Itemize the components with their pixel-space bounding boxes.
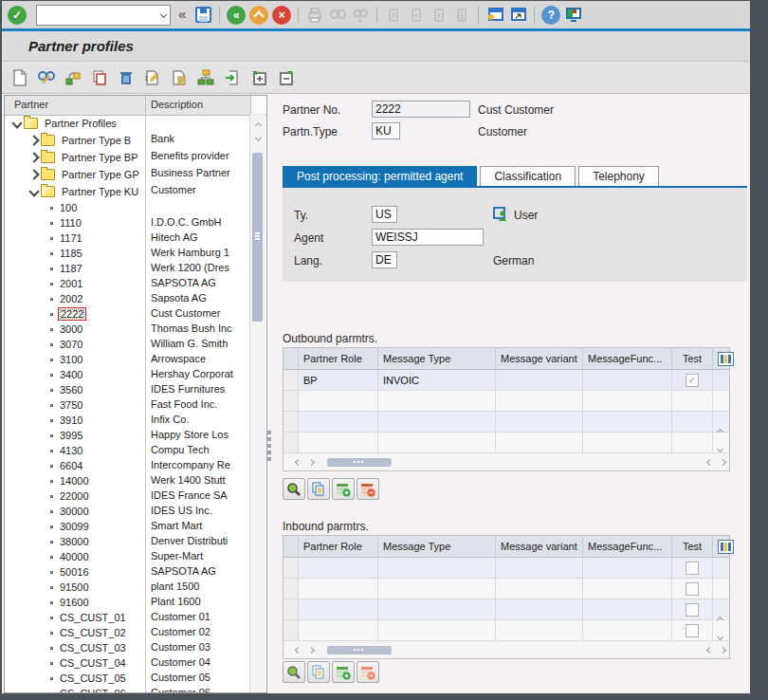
chevron-down-icon[interactable] xyxy=(27,188,41,195)
tree-item-label[interactable]: Partner Type BP xyxy=(60,152,140,163)
tree-item[interactable]: 91600Plant 1600 xyxy=(5,595,250,610)
tree-item-label[interactable]: 2002 xyxy=(58,293,84,304)
scroll-up-icon[interactable] xyxy=(253,120,263,130)
tree-item[interactable]: Partner Type GPBusiness Partner xyxy=(5,166,250,183)
partner-no-field[interactable]: 2222 xyxy=(372,101,470,118)
command-input[interactable] xyxy=(39,7,155,24)
tree-item[interactable]: Partner Type BPBenefits provider xyxy=(5,149,250,166)
vscroll-down-icon[interactable] xyxy=(718,438,725,446)
tree-item[interactable]: CS_CUST_05Customer 05 xyxy=(5,671,250,686)
tree-item-label[interactable]: CS_CUST_03 xyxy=(58,642,128,654)
partn-type-field[interactable]: KU xyxy=(372,122,400,139)
table-row[interactable] xyxy=(283,558,729,579)
tree-item[interactable]: 14000Werk 1400 Stutt xyxy=(5,473,250,488)
tree-item-label[interactable]: 1185 xyxy=(58,248,84,259)
shortcut-icon[interactable] xyxy=(507,5,528,26)
column-header[interactable]: MessageFunc... xyxy=(583,536,672,557)
tree-item-label[interactable]: 40000 xyxy=(58,551,91,562)
tree-item-label[interactable]: CS_CUST_06 xyxy=(58,688,128,692)
tree-item[interactable]: 4130Compu Tech xyxy=(5,443,250,458)
tree-item[interactable]: 3400Hershay Corporat xyxy=(5,367,250,382)
vscroll-down-icon[interactable] xyxy=(718,626,725,634)
table-cell[interactable] xyxy=(583,391,672,411)
hscroll-thumb[interactable] xyxy=(327,646,392,654)
tree-item[interactable]: CS_CUST_06Customer 06 xyxy=(5,686,250,692)
table-row[interactable] xyxy=(283,433,729,453)
tree-item-label[interactable]: 100 xyxy=(58,202,79,213)
table-cell[interactable] xyxy=(496,370,583,390)
tree-item-label[interactable]: CS_CUST_01 xyxy=(58,612,128,623)
row-selector[interactable] xyxy=(283,558,299,578)
tree-item-label[interactable]: CS_CUST_02 xyxy=(58,627,128,638)
scroll-left-icon[interactable] xyxy=(291,648,304,653)
tree-item-label[interactable]: 3560 xyxy=(58,384,84,396)
table-cell[interactable] xyxy=(583,558,672,578)
table-cell[interactable] xyxy=(299,579,378,599)
table-cell[interactable] xyxy=(378,579,496,599)
save-hierarchy-icon[interactable] xyxy=(222,67,243,88)
tree-item[interactable]: 2001SAPSOTA AG xyxy=(5,276,250,291)
table-row[interactable] xyxy=(283,599,729,620)
tree-item-label[interactable]: 3100 xyxy=(58,354,84,365)
table-cell[interactable] xyxy=(378,412,496,432)
tree-item[interactable]: 38000Denver Distributi xyxy=(5,534,250,549)
collapse-icon[interactable]: « xyxy=(178,6,186,22)
tree-item-label[interactable]: Partner Type KU xyxy=(60,186,140,197)
tree-item[interactable]: 30099Smart Mart xyxy=(5,519,250,534)
tree-item[interactable]: 3560IDES Furnitures xyxy=(5,382,250,397)
tree-item-label[interactable]: 91500 xyxy=(58,581,91,593)
table-cell[interactable] xyxy=(583,620,672,640)
insert-row-icon[interactable] xyxy=(332,661,355,683)
hierarchy-icon[interactable] xyxy=(195,67,216,88)
table-cell[interactable] xyxy=(378,620,496,640)
table-cell[interactable] xyxy=(378,558,496,578)
table-cell[interactable] xyxy=(583,579,672,599)
tree-item-label[interactable]: 3750 xyxy=(58,399,84,411)
scroll-right-icon[interactable] xyxy=(304,460,318,465)
tree-item[interactable]: CS_CUST_04Customer 04 xyxy=(5,655,250,671)
tree-item-label[interactable]: CS_CUST_04 xyxy=(58,657,128,669)
table-row[interactable] xyxy=(283,579,729,599)
tree-item-label[interactable]: Partner Type B xyxy=(60,135,133,146)
scroll-left-icon[interactable] xyxy=(703,648,716,653)
table-cell[interactable] xyxy=(583,433,672,452)
delete-row-icon[interactable] xyxy=(357,661,379,683)
table-cell[interactable] xyxy=(496,579,583,599)
row-selector[interactable] xyxy=(283,579,299,599)
tab-post-processing[interactable]: Post processing: permitted agent xyxy=(283,166,477,186)
vscroll-up-icon[interactable] xyxy=(718,421,725,429)
tree-item[interactable]: 40000Super-Mart xyxy=(5,549,250,564)
chevron-right-icon[interactable] xyxy=(27,137,41,144)
tab-classification[interactable]: Classification xyxy=(480,166,576,186)
scroll-thumb[interactable] xyxy=(252,153,263,322)
enter-icon[interactable]: ✓ xyxy=(8,6,27,25)
row-selector[interactable] xyxy=(283,370,299,390)
vscroll-up-icon[interactable] xyxy=(718,609,725,617)
table-cell[interactable] xyxy=(299,558,378,578)
tree-item-label[interactable]: 3910 xyxy=(58,414,84,426)
up-icon[interactable] xyxy=(249,6,268,25)
tree-item[interactable]: 22000IDES France SA xyxy=(5,488,250,504)
customize-icon[interactable] xyxy=(563,5,584,26)
tree-item[interactable]: 1187Werk 1200 (Dres xyxy=(5,261,250,276)
tree-item-label[interactable]: 22000 xyxy=(58,490,91,502)
table-cell[interactable] xyxy=(496,558,583,578)
tree-item[interactable]: 1171Hitech AG xyxy=(5,230,250,246)
tree-item[interactable]: Partner Profiles xyxy=(5,115,250,132)
table-hscrollbar[interactable] xyxy=(283,641,729,658)
display-change-icon[interactable] xyxy=(36,67,57,88)
scroll-left-icon[interactable] xyxy=(291,460,304,465)
table-cell[interactable]: INVOIC xyxy=(378,370,496,390)
chevron-down-icon[interactable] xyxy=(160,10,167,17)
column-header[interactable]: Message Type xyxy=(378,536,496,557)
new-session-icon[interactable] xyxy=(485,5,505,26)
column-header[interactable]: Message variant xyxy=(496,348,583,369)
table-row[interactable] xyxy=(283,391,729,412)
chevron-right-icon[interactable] xyxy=(27,154,41,161)
table-cell[interactable] xyxy=(583,370,672,390)
tree-item-label[interactable]: Partner Profiles xyxy=(43,118,119,129)
command-field[interactable] xyxy=(36,5,171,26)
tree-scrollbar[interactable] xyxy=(249,115,265,691)
ty-field[interactable]: US xyxy=(372,206,397,223)
tree-item-label[interactable]: 6604 xyxy=(58,460,84,471)
